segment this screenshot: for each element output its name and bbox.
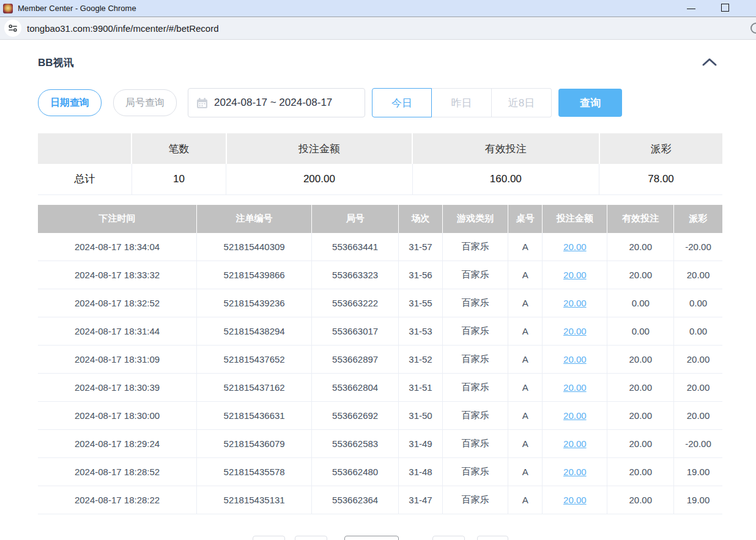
- bet-record-table: 下注时间注单编号局号场次游戏类别桌号投注金额有效投注派彩 2024-08-17 …: [38, 205, 722, 515]
- table-number-cell: A: [508, 346, 543, 374]
- bet-amount-cell: 20.00: [543, 402, 607, 430]
- game-type-cell: 百家乐: [442, 317, 508, 346]
- payout-cell: 19.00: [674, 486, 723, 514]
- maximize-icon[interactable]: [721, 4, 729, 12]
- order-number-cell: 521815437162: [197, 374, 312, 402]
- bet-record-row: 2024-08-17 18:29:24521815436079553662583…: [38, 430, 722, 458]
- summary-row-label: 总计: [38, 164, 132, 194]
- table-number-cell: A: [508, 402, 543, 430]
- round-number-cell: 553662583: [312, 430, 399, 458]
- session-cell: 31-50: [399, 402, 443, 430]
- round-number-cell: 553663017: [312, 317, 399, 346]
- bet-amount-link[interactable]: 20.00: [563, 410, 587, 421]
- bet-record-row: 2024-08-17 18:28:22521815435131553662364…: [38, 486, 722, 514]
- valid-bet-cell: 20.00: [607, 374, 674, 402]
- collapse-button[interactable]: [702, 57, 717, 68]
- valid-bet-cell: 20.00: [607, 233, 674, 261]
- bet-amount-cell: 20.00: [543, 233, 607, 261]
- calendar-icon: [196, 97, 208, 109]
- game-type-cell: 百家乐: [442, 374, 508, 402]
- chevron-up-icon: [702, 57, 717, 67]
- column-header: 场次: [399, 205, 443, 233]
- date-query-tab[interactable]: 日期查询: [38, 89, 102, 116]
- bet-amount-cell: 20.00: [543, 317, 607, 346]
- pagination-prev-button[interactable]: [253, 536, 285, 540]
- payout-cell: 0.00: [674, 289, 723, 317]
- today-button[interactable]: 今日: [372, 88, 432, 117]
- table-number-cell: A: [508, 458, 543, 486]
- bet-amount-link[interactable]: 20.00: [563, 438, 587, 449]
- order-number-cell: 521815435578: [197, 458, 312, 486]
- summary-value-cell: 160.00: [412, 164, 599, 194]
- bet-amount-cell: 20.00: [543, 261, 607, 289]
- summary-data-row: 总计10200.00160.0078.00: [38, 164, 722, 194]
- summary-column-header: 投注金额: [226, 133, 412, 164]
- game-type-cell: 百家乐: [442, 458, 508, 486]
- bet-amount-cell: 20.00: [543, 289, 607, 317]
- order-number-cell: 521815438294: [197, 317, 312, 346]
- page-title: BB视讯: [38, 56, 74, 70]
- bet-amount-cell: 20.00: [543, 430, 607, 458]
- game-type-cell: 百家乐: [442, 430, 508, 458]
- browser-addressbar[interactable]: tongbao31.com:9900/infe/mcenter/#/betRec…: [0, 17, 756, 40]
- bet-amount-cell: 20.00: [543, 458, 607, 486]
- valid-bet-cell: 0.00: [607, 289, 674, 317]
- search-button[interactable]: 查询: [558, 89, 622, 117]
- url-text[interactable]: tongbao31.com:9900/infe/mcenter/#/betRec…: [27, 23, 219, 34]
- bet-amount-link[interactable]: 20.00: [563, 326, 587, 336]
- valid-bet-cell: 20.00: [607, 458, 674, 486]
- table-number-cell: A: [508, 317, 543, 346]
- bet-amount-link[interactable]: 20.00: [563, 242, 587, 252]
- minimize-icon[interactable]: [687, 9, 695, 9]
- bet-time-cell: 2024-08-17 18:28:52: [38, 458, 197, 486]
- last-8-days-button[interactable]: 近8日: [492, 88, 552, 117]
- date-range-value: 2024-08-17 ~ 2024-08-17: [214, 97, 332, 109]
- game-type-cell: 百家乐: [442, 346, 508, 374]
- pagination-page-button[interactable]: [295, 536, 327, 540]
- bet-amount-cell: 20.00: [543, 486, 607, 514]
- bet-amount-cell: 20.00: [543, 346, 607, 374]
- game-type-cell: 百家乐: [442, 289, 508, 317]
- bet-time-cell: 2024-08-17 18:30:00: [38, 402, 197, 430]
- bet-record-row: 2024-08-17 18:30:00521815436631553662692…: [38, 402, 722, 430]
- site-favicon: [3, 4, 13, 13]
- table-number-cell: A: [508, 430, 543, 458]
- round-number-cell: 553662804: [312, 374, 399, 402]
- table-number-cell: A: [508, 374, 543, 402]
- yesterday-button[interactable]: 昨日: [432, 88, 492, 117]
- summary-value-cell: 10: [132, 164, 226, 194]
- browser-avatar-icon[interactable]: [750, 23, 756, 34]
- session-cell: 31-55: [399, 289, 443, 317]
- column-header: 下注时间: [38, 205, 197, 233]
- quick-range-group: 今日 昨日 近8日: [372, 88, 552, 117]
- valid-bet-cell: 20.00: [607, 430, 674, 458]
- bet-amount-link[interactable]: 20.00: [563, 298, 587, 308]
- session-cell: 31-48: [399, 458, 443, 486]
- order-number-cell: 521815439866: [197, 261, 312, 289]
- tune-icon: [8, 23, 18, 33]
- summary-corner-cell: [38, 133, 132, 164]
- session-cell: 31-51: [399, 374, 443, 402]
- bet-amount-link[interactable]: 20.00: [563, 467, 587, 477]
- bet-amount-link[interactable]: 20.00: [563, 382, 587, 393]
- column-header: 桌号: [508, 205, 543, 233]
- bet-amount-link[interactable]: 20.00: [563, 354, 587, 364]
- date-range-input[interactable]: 2024-08-17 ~ 2024-08-17: [188, 88, 365, 117]
- payout-cell: -20.00: [674, 430, 723, 458]
- pagination-size-select[interactable]: [344, 536, 399, 540]
- table-number-cell: A: [508, 486, 543, 514]
- session-cell: 31-52: [399, 346, 443, 374]
- round-query-tab[interactable]: 局号查询: [113, 89, 177, 116]
- site-settings-chip[interactable]: [4, 20, 21, 37]
- pagination-jump-button[interactable]: [477, 536, 508, 540]
- summary-column-header: 派彩: [599, 133, 722, 164]
- session-cell: 31-57: [399, 233, 443, 261]
- round-number-cell: 553662692: [312, 402, 399, 430]
- round-number-cell: 553663222: [312, 289, 399, 317]
- bet-amount-link[interactable]: 20.00: [563, 495, 587, 505]
- pagination-next-button[interactable]: [432, 536, 465, 540]
- column-header: 派彩: [674, 205, 723, 233]
- bet-time-cell: 2024-08-17 18:28:22: [38, 486, 197, 514]
- order-number-cell: 521815440309: [197, 233, 312, 261]
- bet-amount-link[interactable]: 20.00: [563, 270, 587, 280]
